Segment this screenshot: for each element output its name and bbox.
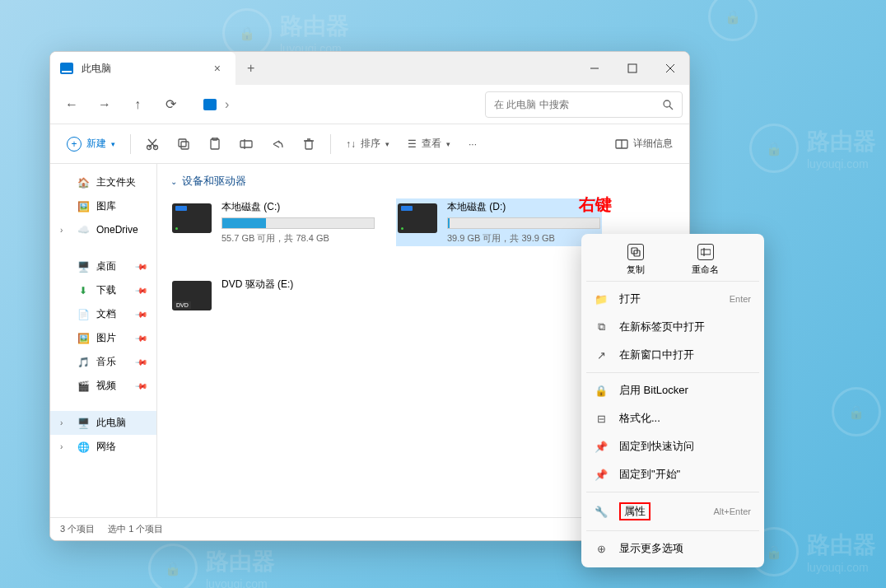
forward-button[interactable]: → <box>90 90 119 119</box>
tab-this-pc[interactable]: 此电脑 × <box>50 52 235 85</box>
drive-dvd[interactable]: DVD 驱动器 (E:) <box>170 276 376 312</box>
close-tab-icon[interactable]: × <box>209 60 226 77</box>
refresh-button[interactable]: ⟳ <box>156 90 185 119</box>
sidebar-pictures[interactable]: 🖼️图片📌 <box>50 326 156 350</box>
context-menu: 复制 重命名 📁打开Enter ⧉在新标签页中打开 ↗在新窗口中打开 🔒启用 B… <box>581 234 764 567</box>
new-button[interactable]: + 新建 ▾ <box>60 131 122 157</box>
chevron-right-icon[interactable]: › <box>60 418 70 427</box>
ctx-rename[interactable]: 重命名 <box>692 244 719 276</box>
sidebar-videos[interactable]: 🎬视频📌 <box>50 374 156 398</box>
drive-c[interactable]: 本地磁盘 (C:) 55.7 GB 可用，共 78.4 GB <box>170 198 376 246</box>
lock-icon: 🔒 <box>595 385 608 397</box>
ctx-pin-quick[interactable]: 📌固定到快速访问 <box>586 432 759 460</box>
tab-icon: ⧉ <box>595 320 608 334</box>
back-button[interactable]: ← <box>57 90 86 119</box>
svg-rect-14 <box>240 141 252 147</box>
share-button[interactable] <box>264 131 291 157</box>
more-button[interactable]: ··· <box>462 131 483 157</box>
svg-rect-1 <box>628 64 637 72</box>
format-icon: ⊟ <box>595 413 608 425</box>
pin-icon: 📌 <box>595 441 608 453</box>
ctx-show-more[interactable]: ⊕显示更多选项 <box>586 534 759 562</box>
sidebar-this-pc[interactable]: ›🖥️此电脑 <box>50 411 156 435</box>
svg-rect-23 <box>701 250 711 254</box>
ctx-open-new-tab[interactable]: ⧉在新标签页中打开 <box>586 313 759 341</box>
desktop-icon: 🖥️ <box>77 260 90 273</box>
tab-title: 此电脑 <box>82 62 201 76</box>
pin-icon: 📌 <box>135 355 148 368</box>
ctx-properties[interactable]: 🔧属性Alt+Enter <box>586 496 759 527</box>
sidebar-music[interactable]: 🎵音乐📌 <box>50 350 156 374</box>
monitor-icon <box>203 99 217 110</box>
sort-button[interactable]: ↑↓ 排序 ▾ <box>339 131 396 157</box>
titlebar: 此电脑 × + <box>50 52 689 85</box>
item-count: 3 个项目 <box>60 523 95 535</box>
maximize-button[interactable] <box>613 52 651 85</box>
minimize-button[interactable] <box>576 52 613 85</box>
pin-icon: 📌 <box>135 331 148 344</box>
new-tab-button[interactable]: + <box>235 61 266 76</box>
close-button[interactable] <box>651 52 689 85</box>
window-icon: ↗ <box>595 349 608 362</box>
copy-icon <box>627 244 644 260</box>
ctx-pin-start[interactable]: 📌固定到"开始" <box>586 460 759 488</box>
up-button[interactable]: ↑ <box>123 90 152 119</box>
cut-button[interactable] <box>139 131 166 157</box>
download-icon: ⬇ <box>77 284 90 297</box>
svg-rect-11 <box>181 142 189 149</box>
delete-button[interactable] <box>296 131 322 157</box>
home-icon: 🏠 <box>77 176 90 189</box>
sidebar-documents[interactable]: 📄文档📌 <box>50 302 156 326</box>
rename-button[interactable] <box>233 131 259 157</box>
sidebar-onedrive[interactable]: ›☁️OneDrive <box>50 218 156 241</box>
sidebar-home[interactable]: 🏠主文件夹 <box>50 170 156 194</box>
search-icon[interactable] <box>662 99 674 110</box>
chevron-right-icon[interactable]: › <box>60 226 70 235</box>
pin-icon: 📌 <box>595 469 608 481</box>
search-input[interactable] <box>494 99 662 110</box>
sort-icon: ↑↓ <box>346 138 356 150</box>
ctx-open[interactable]: 📁打开Enter <box>586 285 759 313</box>
ctx-copy[interactable]: 复制 <box>627 244 645 276</box>
cloud-icon: ☁️ <box>77 223 90 236</box>
ctx-bitlocker[interactable]: 🔒启用 BitLocker <box>586 376 759 404</box>
pin-icon: 📌 <box>135 259 148 273</box>
monitor-icon <box>60 63 73 74</box>
pictures-icon: 🖼️ <box>77 332 90 345</box>
network-icon: 🌐 <box>77 441 90 454</box>
pin-icon: 📌 <box>135 307 148 320</box>
drive-d[interactable]: 本地磁盘 (D:) 39.9 GB 可用，共 39.9 GB 右键 <box>396 198 602 246</box>
chevron-right-icon[interactable]: › <box>60 442 70 451</box>
svg-rect-10 <box>179 139 186 147</box>
section-devices[interactable]: ⌄ 设备和驱动器 <box>170 174 676 189</box>
window-controls <box>576 52 689 85</box>
svg-line-9 <box>148 139 156 147</box>
view-button[interactable]: ☰ 查看 ▾ <box>401 131 457 157</box>
sidebar-network[interactable]: ›🌐网络 <box>50 435 156 459</box>
rename-icon <box>697 244 714 260</box>
copy-button[interactable] <box>170 131 197 157</box>
plus-icon: + <box>67 137 82 152</box>
sidebar-desktop[interactable]: 🖥️桌面📌 <box>50 254 156 278</box>
details-icon <box>615 138 628 151</box>
monitor-icon: 🖥️ <box>77 417 90 430</box>
ctx-open-new-window[interactable]: ↗在新窗口中打开 <box>586 341 759 369</box>
gallery-icon: 🖼️ <box>77 200 90 213</box>
toolbar: + 新建 ▾ ↑↓ 排序 ▾ ☰ 查看 ▾ ··· 详细信息 <box>50 124 689 164</box>
document-icon: 📄 <box>77 308 90 321</box>
search-box[interactable] <box>485 91 683 118</box>
details-button[interactable]: 详细信息 <box>609 131 679 157</box>
folder-icon: 📁 <box>595 293 608 306</box>
paste-button[interactable] <box>202 131 228 157</box>
sidebar-gallery[interactable]: 🖼️图库 <box>50 194 156 218</box>
pin-icon: 📌 <box>135 283 148 296</box>
svg-rect-12 <box>211 139 219 149</box>
storage-bar <box>222 217 375 229</box>
address-bar[interactable]: › <box>195 97 237 112</box>
ctx-format[interactable]: ⊟格式化... <box>586 404 759 432</box>
chevron-down-icon: ▾ <box>111 140 115 148</box>
video-icon: 🎬 <box>77 380 90 393</box>
chevron-down-icon: ▾ <box>385 140 389 148</box>
sidebar-downloads[interactable]: ⬇下载📌 <box>50 278 156 302</box>
svg-rect-16 <box>305 141 312 149</box>
